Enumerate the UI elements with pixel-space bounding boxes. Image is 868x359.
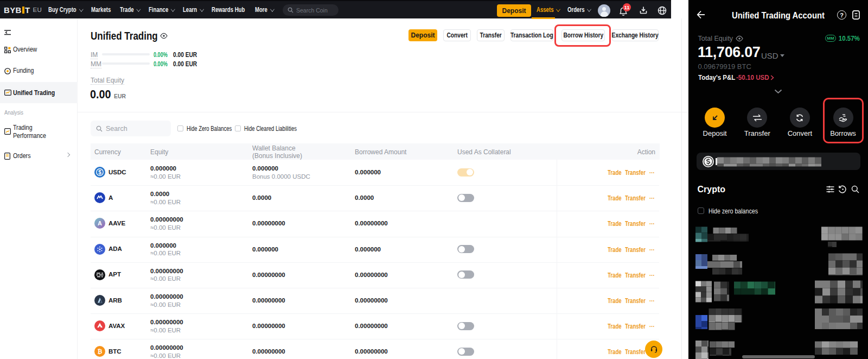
- svg-text:$: $: [98, 169, 101, 175]
- svg-text:A: A: [98, 220, 102, 226]
- svg-text:₿: ₿: [98, 348, 103, 355]
